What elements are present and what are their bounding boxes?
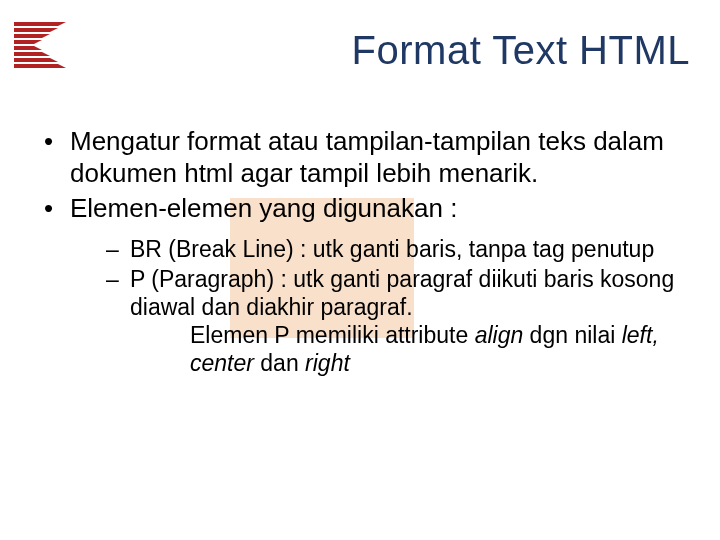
bullet-item: Elemen-elemen yang digunakan : BR (Break… bbox=[30, 193, 680, 377]
svg-marker-0 bbox=[14, 22, 66, 26]
italic-attr-left: left, bbox=[622, 322, 659, 348]
text-run: dan bbox=[254, 350, 305, 376]
sub-bullet-extra: Elemen P memiliki attribute align dgn ni… bbox=[130, 321, 680, 377]
sub-bullet-item: P (Paragraph) : utk ganti paragraf diiku… bbox=[70, 265, 680, 377]
sub-bullet-item: BR (Break Line) : utk ganti baris, tanpa… bbox=[70, 235, 680, 263]
sub-bullet-text: P (Paragraph) : utk ganti paragraf diiku… bbox=[130, 266, 674, 320]
text-run: dgn nilai bbox=[523, 322, 621, 348]
slide-title: Format Text HTML bbox=[0, 28, 690, 73]
bullet-item: Mengatur format atau tampilan-tampilan t… bbox=[30, 126, 680, 189]
italic-attr-align: align bbox=[475, 322, 524, 348]
bullet-text: Elemen-elemen yang digunakan : bbox=[70, 193, 457, 223]
italic-attr-right: right bbox=[305, 350, 350, 376]
italic-attr-center: center bbox=[190, 350, 254, 376]
slide-content: Mengatur format atau tampilan-tampilan t… bbox=[30, 126, 680, 381]
text-run: Elemen P memiliki attribute bbox=[190, 322, 475, 348]
